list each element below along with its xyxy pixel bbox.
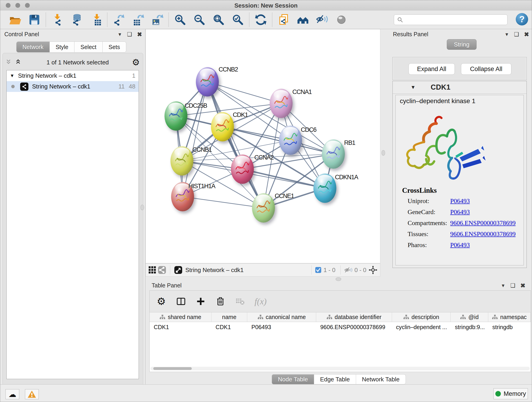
collapse-gene-icon[interactable]: ▼ bbox=[411, 84, 416, 90]
column-header-namespac[interactable]: namespac bbox=[488, 313, 531, 322]
network-node-CCNB2[interactable] bbox=[196, 67, 219, 96]
collapse-branch-icon[interactable]: ▼ bbox=[10, 73, 14, 78]
right-splitter-handle[interactable] bbox=[381, 150, 385, 156]
results-panel-float-icon[interactable]: ❑ bbox=[514, 32, 519, 37]
scrollbar-thumb[interactable] bbox=[153, 367, 192, 370]
function-builder-icon[interactable]: f(x) bbox=[254, 296, 267, 306]
gene-card-header[interactable]: ▼ CDK1 bbox=[393, 81, 526, 94]
table-horizontal-scrollbar[interactable] bbox=[151, 367, 530, 370]
column-header-shared-name[interactable]: shared name bbox=[150, 313, 211, 322]
table-panel-float-icon[interactable]: ❑ bbox=[510, 283, 515, 288]
column-header-canonical-name[interactable]: canonical name bbox=[247, 313, 316, 322]
export-image-icon[interactable] bbox=[151, 13, 164, 26]
search-box[interactable] bbox=[394, 14, 507, 25]
tab-select[interactable]: Select bbox=[75, 41, 102, 52]
table-panel-collapse-icon[interactable]: ▼ bbox=[501, 283, 505, 288]
import-table-from-file-icon[interactable] bbox=[89, 13, 102, 26]
delete-table-icon[interactable] bbox=[235, 296, 245, 307]
zoom-in-icon[interactable] bbox=[173, 13, 187, 26]
control-panel-collapse-icon[interactable]: ▼ bbox=[118, 32, 122, 37]
table-cell[interactable]: stringdb bbox=[488, 322, 531, 332]
hide-selected-icon[interactable] bbox=[316, 13, 329, 26]
table-row[interactable]: CDK1CDK1P064939606.ENSP00000378699cyclin… bbox=[150, 322, 531, 332]
results-panel-collapse-icon[interactable]: ▼ bbox=[505, 32, 509, 37]
subnetwork-count: 1 bbox=[132, 72, 135, 79]
network-node-RB1[interactable] bbox=[322, 139, 345, 169]
column-header-database-identifier[interactable]: database identifier bbox=[316, 313, 392, 322]
table-cell[interactable]: cyclin–dependent ... bbox=[392, 322, 451, 332]
crosslink-link[interactable]: P06493 bbox=[450, 241, 470, 249]
control-panel-float-icon[interactable]: ❑ bbox=[127, 32, 132, 37]
tab-network-table[interactable]: Network Table bbox=[356, 374, 406, 384]
show-columns-icon[interactable] bbox=[176, 296, 186, 307]
crosslink-link[interactable]: P06493 bbox=[450, 197, 470, 205]
network-canvas[interactable]: CCNB2CCNA1CDC25BCDK1CDC6RB1CCNB1CCNA2CDK… bbox=[146, 29, 380, 263]
results-panel-close-icon[interactable]: ✖ bbox=[524, 32, 529, 37]
table-panel-close-icon[interactable]: ✖ bbox=[520, 283, 525, 288]
network-node-CCNB1[interactable] bbox=[171, 146, 193, 176]
tab-style[interactable]: Style bbox=[50, 41, 75, 52]
expand-all-icon[interactable] bbox=[16, 59, 23, 66]
table-cell[interactable]: stringdb:9... bbox=[451, 322, 488, 332]
import-network-from-file-icon[interactable] bbox=[51, 13, 64, 26]
collapse-all-icon[interactable] bbox=[6, 59, 14, 66]
crosslink-link[interactable]: 9606.ENSP00000378699 bbox=[450, 219, 515, 227]
table-cell[interactable]: CDK1 bbox=[211, 322, 247, 332]
horizontal-splitter-handle[interactable] bbox=[336, 277, 341, 281]
save-session-icon[interactable] bbox=[28, 13, 41, 26]
crosslink-link[interactable]: P06493 bbox=[450, 208, 470, 216]
network-node-CCNA2[interactable] bbox=[231, 154, 254, 184]
hidden-eye-icon[interactable] bbox=[344, 266, 353, 274]
table-cell[interactable]: CDK1 bbox=[150, 322, 211, 332]
left-splitter-handle[interactable] bbox=[140, 205, 144, 210]
network-overview-icon[interactable] bbox=[296, 13, 310, 26]
network-node-CCNE1[interactable] bbox=[252, 193, 275, 223]
tab-edge-table[interactable]: Edge Table bbox=[314, 374, 356, 384]
network-from-clipboard-icon[interactable] bbox=[277, 13, 290, 26]
network-node-CDC25B[interactable] bbox=[165, 101, 187, 131]
network-collection-item[interactable]: ▼ String Network – cdk1 1 bbox=[7, 70, 139, 81]
delete-column-icon[interactable] bbox=[215, 296, 226, 307]
network-node-CDK1[interactable] bbox=[211, 112, 234, 141]
import-network-from-database-icon[interactable] bbox=[70, 13, 83, 26]
warnings-icon[interactable] bbox=[25, 389, 39, 399]
control-panel-close-icon[interactable]: ✖ bbox=[137, 32, 142, 37]
birds-eye-view-icon[interactable] bbox=[173, 265, 183, 275]
network-node-CDKN1A[interactable] bbox=[313, 173, 336, 203]
zoom-selected-icon[interactable] bbox=[231, 13, 244, 26]
export-network-icon[interactable] bbox=[112, 13, 125, 26]
export-table-icon[interactable] bbox=[131, 13, 145, 26]
tab-sets[interactable]: Sets bbox=[103, 41, 126, 52]
add-column-icon[interactable] bbox=[196, 296, 206, 307]
table-cell[interactable]: 9606.ENSP00000378699 bbox=[316, 322, 392, 332]
cloud-status-icon[interactable]: ☁ bbox=[6, 389, 19, 399]
network-tree-item[interactable]: String Network – cdk1 11 48 bbox=[7, 81, 139, 92]
column-header--id[interactable]: @id bbox=[451, 313, 488, 322]
collection-label: String Network – cdk1 bbox=[18, 72, 76, 79]
table-cell[interactable]: P06493 bbox=[247, 322, 316, 332]
network-options-gear-icon[interactable]: ⚙ bbox=[132, 58, 140, 67]
apply-layout-icon[interactable] bbox=[254, 13, 267, 26]
selected-checkbox-icon[interactable] bbox=[315, 267, 322, 274]
expand-all-button[interactable]: Expand All bbox=[409, 63, 455, 75]
tab-node-table[interactable]: Node Table bbox=[272, 374, 314, 384]
crosslink-link[interactable]: 9606.ENSP00000378699 bbox=[450, 230, 515, 238]
network-node-CDC6[interactable] bbox=[279, 126, 302, 155]
help-icon[interactable]: ? bbox=[516, 13, 528, 26]
tab-network[interactable]: Network bbox=[16, 41, 50, 52]
search-input[interactable] bbox=[405, 16, 507, 23]
table-settings-gear-icon[interactable]: ⚙ bbox=[156, 296, 167, 307]
fit-selected-crosshair-icon[interactable] bbox=[368, 265, 378, 275]
string-view-icon[interactable] bbox=[157, 265, 167, 275]
show-all-icon[interactable] bbox=[335, 13, 348, 26]
tab-string[interactable]: String bbox=[447, 39, 476, 50]
grid-view-icon[interactable] bbox=[147, 265, 157, 275]
column-header-description[interactable]: description bbox=[392, 313, 451, 322]
column-header-name[interactable]: name bbox=[211, 313, 247, 322]
zoom-fit-content-icon[interactable] bbox=[212, 13, 225, 26]
memory-button[interactable]: Memory bbox=[494, 388, 528, 399]
zoom-out-icon[interactable] bbox=[193, 13, 206, 26]
network-node-CCNA1[interactable] bbox=[270, 89, 293, 118]
collapse-all-button[interactable]: Collapse All bbox=[461, 63, 511, 75]
open-file-icon[interactable] bbox=[8, 13, 22, 26]
